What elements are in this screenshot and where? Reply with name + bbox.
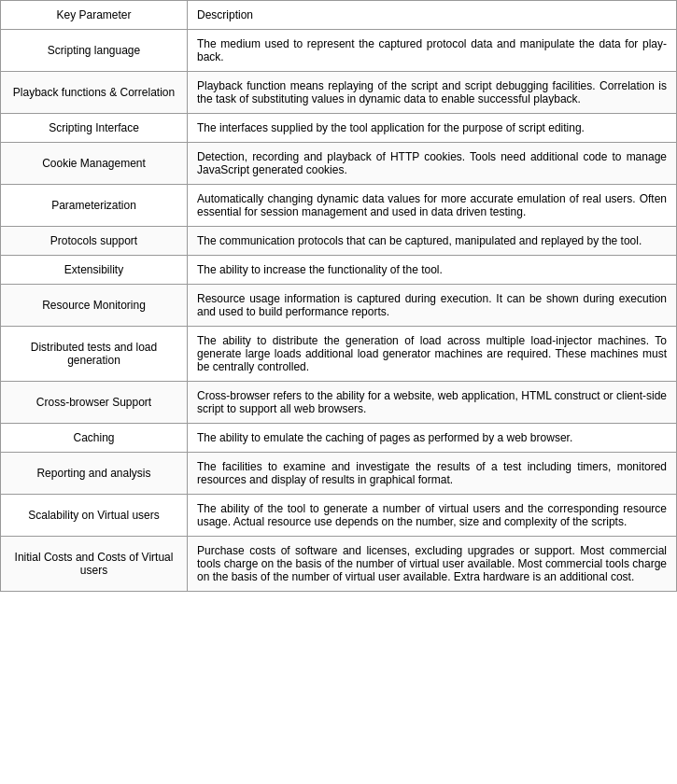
- table-row: Cookie ManagementDetection, recording an…: [1, 143, 677, 185]
- table-row: Playback functions & CorrelationPlayback…: [1, 72, 677, 114]
- desc-cell: The facilities to examine and investigat…: [188, 453, 677, 495]
- key-cell: Resource Monitoring: [1, 285, 188, 327]
- table-row: Initial Costs and Costs of Virtual users…: [1, 537, 677, 592]
- desc-cell: The ability to increase the functionalit…: [188, 256, 677, 285]
- desc-cell: The interfaces supplied by the tool appl…: [188, 114, 677, 143]
- table-row: Scripting languageThe medium used to rep…: [1, 30, 677, 72]
- key-cell: Protocols support: [1, 227, 188, 256]
- desc-cell: The ability to distribute the generation…: [188, 327, 677, 382]
- header-desc: Description: [188, 1, 677, 30]
- header-key: Key Parameter: [1, 1, 188, 30]
- key-cell: Extensibility: [1, 256, 188, 285]
- key-cell: Playback functions & Correlation: [1, 72, 188, 114]
- key-cell: Distributed tests and load generation: [1, 327, 188, 382]
- key-cell: Initial Costs and Costs of Virtual users: [1, 537, 188, 592]
- table-row: CachingThe ability to emulate the cachin…: [1, 424, 677, 453]
- desc-cell: The ability to emulate the caching of pa…: [188, 424, 677, 453]
- table-row: Scalability on Virtual usersThe ability …: [1, 495, 677, 537]
- table-row: Resource MonitoringResource usage inform…: [1, 285, 677, 327]
- table-row: Cross-browser SupportCross-browser refer…: [1, 382, 677, 424]
- table-row: Protocols supportThe communication proto…: [1, 227, 677, 256]
- key-cell: Parameterization: [1, 185, 188, 227]
- key-cell: Scripting language: [1, 30, 188, 72]
- key-cell: Reporting and analysis: [1, 453, 188, 495]
- table-row: Scripting InterfaceThe interfaces suppli…: [1, 114, 677, 143]
- key-cell: Cookie Management: [1, 143, 188, 185]
- key-cell: Scripting Interface: [1, 114, 188, 143]
- desc-cell: Cross-browser refers to the ability for …: [188, 382, 677, 424]
- desc-cell: Purchase costs of software and licenses,…: [188, 537, 677, 592]
- desc-cell: The communication protocols that can be …: [188, 227, 677, 256]
- desc-cell: Resource usage information is captured d…: [188, 285, 677, 327]
- table-row: Reporting and analysisThe facilities to …: [1, 453, 677, 495]
- parameters-table: Key Parameter Description Scripting lang…: [0, 0, 677, 592]
- desc-cell: Playback function means replaying of the…: [188, 72, 677, 114]
- desc-cell: Automatically changing dynamic data valu…: [188, 185, 677, 227]
- key-cell: Cross-browser Support: [1, 382, 188, 424]
- desc-cell: The medium used to represent the capture…: [188, 30, 677, 72]
- key-cell: Caching: [1, 424, 188, 453]
- key-cell: Scalability on Virtual users: [1, 495, 188, 537]
- table-row: Distributed tests and load generationThe…: [1, 327, 677, 382]
- desc-cell: The ability of the tool to generate a nu…: [188, 495, 677, 537]
- table-row: ExtensibilityThe ability to increase the…: [1, 256, 677, 285]
- table-row: ParameterizationAutomatically changing d…: [1, 185, 677, 227]
- desc-cell: Detection, recording and playback of HTT…: [188, 143, 677, 185]
